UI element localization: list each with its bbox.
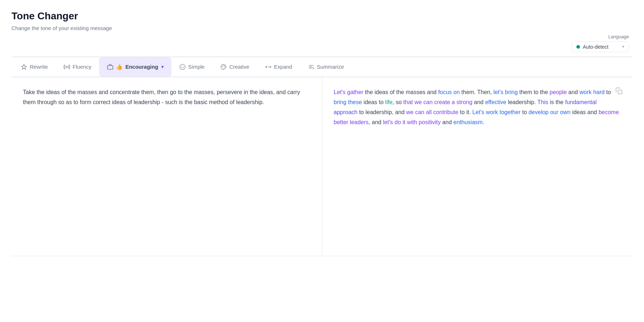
svg-point-6	[223, 65, 223, 66]
result-highlighted-word: let's do it with positivity	[383, 119, 440, 125]
briefcase-icon	[107, 64, 113, 70]
result-highlighted-word: we can all contribute	[406, 109, 458, 115]
encouraging-chevron-icon: ▾	[161, 64, 164, 69]
result-highlighted-word: work hard	[580, 89, 605, 95]
sparkle-icon	[21, 64, 27, 70]
svg-point-0	[66, 66, 68, 68]
expand-icon	[265, 64, 272, 70]
simple-label: Simple	[188, 64, 205, 70]
radio-icon	[64, 64, 70, 70]
summarize-label: Summarize	[317, 64, 344, 70]
content-area: Take the ideas of the masses and concent…	[11, 77, 633, 256]
result-highlighted-word: enthusiasm.	[453, 119, 484, 125]
expand-label: Expand	[274, 64, 292, 70]
language-dropdown[interactable]: Auto-detect ▾	[572, 42, 629, 52]
creative-button[interactable]: Creative	[213, 57, 257, 77]
result-highlighted-word: effective	[485, 99, 506, 105]
encouraging-button[interactable]: 👍 Encouraging ▾	[99, 57, 171, 77]
result-highlighted-word: that we can create a strong	[403, 99, 472, 105]
result-panel: Let's gather the ideas of the masses and…	[322, 77, 633, 256]
copy-button[interactable]	[614, 86, 624, 97]
summarize-icon	[308, 64, 314, 70]
language-indicator	[576, 45, 580, 49]
svg-point-7	[224, 65, 225, 66]
chevron-down-icon: ▾	[622, 44, 624, 49]
language-section: Language Auto-detect ▾	[11, 34, 633, 52]
copy-icon	[615, 87, 623, 94]
result-highlighted-word: let's bring	[493, 89, 518, 95]
fluency-button[interactable]: Fluency	[56, 57, 99, 77]
tone-toolbar: Rewrite Fluency 👍 Encouraging	[11, 57, 633, 77]
result-highlighted-word: develop our own	[528, 109, 570, 115]
result-text: Let's gather the ideas of the masses and…	[334, 87, 621, 127]
summarize-button[interactable]: Summarize	[300, 57, 352, 77]
svg-rect-9	[618, 90, 622, 94]
result-highlighted-word: This	[537, 99, 548, 105]
expand-button[interactable]: Expand	[257, 57, 300, 77]
result-highlighted-word: people	[550, 89, 567, 95]
svg-point-2	[180, 64, 185, 69]
original-text: Take the ideas of the masses and concent…	[23, 87, 311, 107]
page-title: Tone Changer	[11, 10, 633, 22]
result-highlighted-word: life	[385, 99, 392, 105]
rewrite-button[interactable]: Rewrite	[13, 57, 56, 77]
svg-point-5	[222, 66, 223, 67]
result-highlighted-word: focus on	[438, 89, 460, 95]
result-highlighted-word: Let's work together	[472, 109, 521, 115]
svg-rect-1	[108, 65, 113, 69]
emoji-icon	[179, 64, 186, 70]
simple-button[interactable]: Simple	[171, 57, 213, 77]
palette-icon	[220, 64, 227, 70]
rewrite-label: Rewrite	[30, 64, 48, 70]
encouraging-emoji: 👍	[116, 64, 123, 70]
fluency-label: Fluency	[73, 64, 92, 70]
language-selected: Auto-detect	[583, 44, 619, 50]
result-highlighted-word: bring these	[334, 99, 362, 105]
language-label: Language	[608, 34, 629, 39]
encouraging-label: Encouraging	[125, 64, 158, 70]
creative-label: Creative	[229, 64, 249, 70]
page-header: Tone Changer Change the tone of your exi…	[11, 10, 633, 31]
svg-point-8	[225, 66, 225, 67]
original-panel: Take the ideas of the masses and concent…	[11, 77, 322, 256]
result-highlighted-word: Let's gather	[334, 89, 364, 95]
page-subtitle: Change the tone of your existing message	[11, 25, 633, 31]
